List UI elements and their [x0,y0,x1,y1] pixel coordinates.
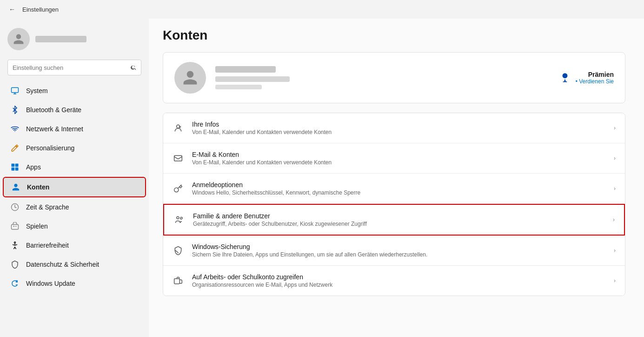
personalization-icon [10,143,20,153]
settings-item-desc: Von E-Mail, Kalender und Kontakten verwe… [192,129,605,135]
svg-rect-2 [15,164,19,167]
settings-item-text: Familie & andere Benutzer Gerätezugriff,… [193,212,604,227]
settings-item-familie[interactable]: Familie & andere Benutzer Gerätezugriff,… [163,204,625,236]
praemien-section[interactable]: Prämien • Verdienen Sie [559,71,614,85]
svg-rect-10 [174,155,182,161]
svg-rect-4 [15,168,19,171]
anmeldeoptionen-icon [173,183,184,194]
settings-item-desc: Gerätezugriff, Arbeits- oder Schulbenutz… [193,221,604,227]
settings-item-schulkonto[interactable]: Auf Arbeits- oder Schulkonto zugreifen O… [163,266,625,296]
settings-item-title: Familie & andere Benutzer [193,212,604,220]
nav-list: System Bluetooth & Geräte Netzwerk & Int… [0,81,149,293]
profile-avatar [174,62,206,94]
sidebar-item-label: Zeit & Sprache [26,203,69,211]
profile-name-blur [215,66,276,73]
settings-item-text: Ihre Infos Von E-Mail, Kalender und Kont… [192,121,605,135]
sidebar-item-label: Bluetooth & Geräte [26,106,81,114]
sidebar-item-barrierefreiheit[interactable]: Barrierefreiheit [3,236,146,255]
sidebar-item-label: Personalisierung [26,144,74,152]
settings-item-desc: Organisationsressourcen wie E-Mail, Apps… [192,282,605,288]
user-name-blurred [35,36,86,42]
titlebar-title: Einstellungen [22,6,59,13]
settings-item-text: Anmeldeoptionen Windows Hello, Sicherhei… [192,181,605,196]
back-button[interactable]: ← [6,3,19,16]
sidebar-item-label: System [26,87,48,94]
settings-item-desc: Von E-Mail, Kalender und Kontakten verwe… [192,159,605,166]
chevron-icon: › [614,247,616,254]
sidebar-item-label: Barrierefreiheit [26,242,69,249]
search-icon [130,64,137,71]
settings-item-anmeldeoptionen[interactable]: Anmeldeoptionen Windows Hello, Sicherhei… [163,174,625,204]
sidebar-item-system[interactable]: System [3,81,146,100]
search-input[interactable] [7,60,141,75]
sidebar-item-update[interactable]: Windows Update [3,274,146,293]
sidebar-item-zeit[interactable]: Zeit & Sprache [3,198,146,216]
titlebar: ← Einstellungen [0,0,644,19]
search-box [7,60,141,75]
svg-rect-1 [12,164,15,167]
avatar [7,28,30,50]
svg-point-12 [180,217,182,219]
profile-info [215,66,550,89]
svg-rect-6 [12,224,19,229]
main-content: Konten [149,19,644,337]
settings-item-desc: Windows Hello, Sicherheitsschlüssel, Ken… [192,189,605,196]
ihre-infos-icon [173,122,184,134]
settings-item-title: Ihre Infos [192,121,605,128]
sidebar-item-label: Netzwerk & Internet [26,125,83,133]
settings-item-text: Auf Arbeits- oder Schulkonto zugreifen O… [192,273,605,288]
sidebar: System Bluetooth & Geräte Netzwerk & Int… [0,19,149,337]
sidebar-item-label: Windows Update [26,280,75,287]
windows-sicherung-icon [173,245,184,256]
sidebar-item-network[interactable]: Netzwerk & Internet [3,120,146,138]
familie-icon [173,214,185,225]
sidebar-item-label: Konten [27,183,49,191]
konten-icon [11,182,20,192]
settings-item-title: Windows-Sicherung [192,243,605,250]
sidebar-item-datenschutz[interactable]: Datenschutz & Sicherheit [3,255,146,274]
profile-sub-blur [215,85,262,89]
system-icon [10,86,20,95]
spielen-icon [10,222,20,231]
barrierefreiheit-icon [10,241,20,250]
sidebar-item-personalization[interactable]: Personalisierung [3,139,146,157]
settings-item-text: Windows-Sicherung Sichern Sie Ihre Datei… [192,243,605,258]
update-icon [10,279,20,288]
settings-item-title: Auf Arbeits- oder Schulkonto zugreifen [192,273,605,281]
main-container: System Bluetooth & Geräte Netzwerk & Int… [0,19,644,337]
user-section [0,22,149,58]
settings-list: Ihre Infos Von E-Mail, Kalender und Kont… [163,113,625,296]
settings-item-ihre-infos[interactable]: Ihre Infos Von E-Mail, Kalender und Kont… [163,113,625,143]
sidebar-item-bluetooth[interactable]: Bluetooth & Geräte [3,101,146,119]
schulkonto-icon [173,275,184,286]
settings-item-title: Anmeldeoptionen [192,181,605,189]
sidebar-item-label: Datenschutz & Sicherheit [26,261,99,268]
network-icon [10,124,20,134]
chevron-icon: › [614,155,616,162]
sidebar-item-konten[interactable]: Konten [3,177,146,197]
praemien-label: Prämien [576,71,614,78]
settings-item-windows-sicherung[interactable]: Windows-Sicherung Sichern Sie Ihre Datei… [163,236,625,266]
svg-rect-0 [12,88,19,93]
zeit-icon [10,202,20,212]
praemien-sub: • Verdienen Sie [576,78,614,85]
settings-item-desc: Sichern Sie Ihre Dateien, Apps und Einst… [192,251,605,258]
chevron-icon: › [614,185,616,192]
sidebar-item-apps[interactable]: Apps [3,158,146,176]
datenschutz-icon [10,260,20,269]
settings-item-email-konten[interactable]: E-Mail & Konten Von E-Mail, Kalender und… [163,143,625,174]
sidebar-item-label: Spielen [26,222,48,230]
svg-rect-3 [12,168,15,171]
email-konten-icon [173,153,184,164]
profile-email-blur [215,76,290,82]
page-title: Konten [163,28,625,43]
sidebar-item-label: Apps [26,163,41,171]
svg-rect-13 [174,279,180,284]
svg-point-11 [177,216,179,219]
bluetooth-icon [10,105,20,115]
sidebar-item-spielen[interactable]: Spielen [3,217,146,236]
apps-icon [10,162,20,172]
chevron-icon: › [614,277,616,284]
chevron-icon: › [613,216,615,223]
profile-card: Prämien • Verdienen Sie [163,52,625,103]
